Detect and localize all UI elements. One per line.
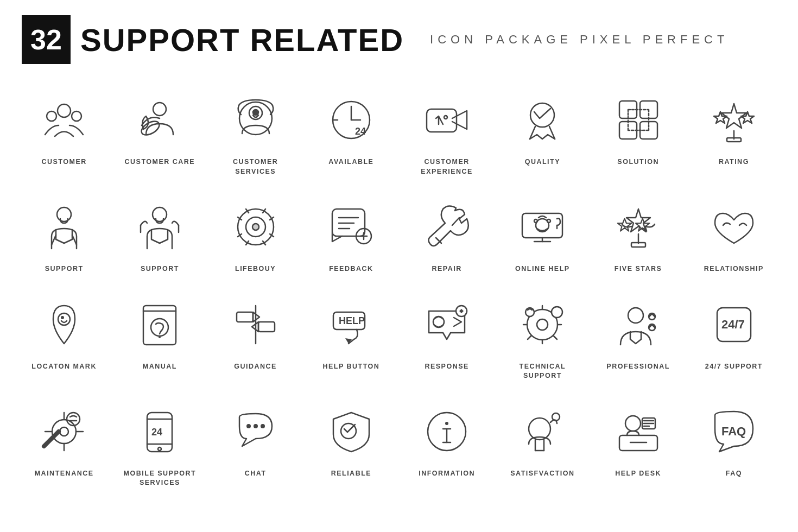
- svg-point-117: [552, 413, 560, 421]
- svg-point-67: [159, 336, 161, 338]
- icon-satisfaction-label: SATISFVACTION: [510, 469, 574, 479]
- svg-point-119: [625, 416, 641, 431]
- icon-repair: REPAIR: [399, 186, 495, 284]
- svg-rect-61: [631, 243, 645, 247]
- icon-available-label: AVAILABLE: [328, 157, 373, 167]
- icon-location-mark: LOCATON MARK: [16, 284, 112, 391]
- icon-repair-label: REPAIR: [432, 264, 461, 274]
- icon-chat: CHAT: [208, 391, 303, 498]
- page-subtitle: ICON PACKAGE PIXEL PERFECT: [430, 33, 729, 47]
- svg-point-105: [158, 447, 161, 451]
- svg-text:24: 24: [355, 126, 366, 137]
- svg-point-7: [253, 110, 258, 115]
- svg-text:24: 24: [151, 427, 162, 438]
- icon-help-button: HELP HELP BUTTON: [303, 284, 399, 391]
- icon-available: 24 AVAILABLE: [303, 79, 399, 186]
- icon-technical-support: TECHNICAL SUPPORT: [495, 284, 590, 391]
- icon-customer: CUSTOMER: [16, 79, 112, 186]
- icon-mobile-support-label: MOBILE SUPPORT SERVICES: [116, 469, 203, 488]
- icon-response: RESPONSE: [399, 284, 495, 391]
- icon-information-label: INFORMATION: [419, 469, 475, 479]
- svg-point-14: [444, 116, 447, 119]
- icon-support-male: SUPPORT: [112, 186, 207, 284]
- icon-lifebouy-label: LIFEBOUY: [235, 264, 276, 274]
- icon-response-label: RESPONSE: [425, 362, 468, 372]
- icon-grid: CUSTOMER CUSTOMER CARE: [0, 74, 798, 514]
- icon-chat-label: CHAT: [245, 469, 267, 479]
- icon-solution: SOLUTION: [591, 79, 686, 186]
- icon-faq: FAQ FAQ: [686, 391, 782, 498]
- icon-five-stars-label: FIVE STARS: [615, 264, 662, 274]
- icon-customer-experience-label: CUSTOMER EXPERIENCE: [403, 157, 490, 176]
- icon-relationship-label: RELATIONSHIP: [704, 264, 764, 274]
- svg-point-1: [47, 111, 56, 121]
- icon-satisfaction: SATISFVACTION: [495, 391, 590, 498]
- icon-location-mark-label: LOCATON MARK: [31, 362, 97, 372]
- icon-reliable: RELIABLE: [303, 391, 399, 498]
- icon-quality: QUALITY: [495, 79, 590, 186]
- svg-point-78: [537, 319, 548, 330]
- icon-guidance-label: GUIDANCE: [234, 362, 277, 372]
- icon-customer-care-label: CUSTOMER CARE: [125, 157, 195, 167]
- icon-rating: RATING: [686, 79, 782, 186]
- icon-customer-services-label: CUSTOMER SERVICES: [212, 157, 299, 176]
- svg-line-86: [528, 335, 531, 339]
- svg-point-107: [246, 424, 251, 428]
- icon-customer-care: CUSTOMER CARE: [112, 79, 207, 186]
- svg-point-95: [60, 427, 68, 436]
- icon-mobile-support: 24 MOBILE SUPPORT SERVICES: [112, 391, 207, 498]
- page-title: SUPPORT RELATED: [80, 22, 404, 58]
- svg-point-25: [57, 207, 71, 221]
- icon-support-male-label: SUPPORT: [141, 264, 179, 274]
- icon-lifebouy: LIFEBOUY: [208, 186, 303, 284]
- icon-feedback: FEEDBACK: [303, 186, 399, 284]
- svg-text:24/7: 24/7: [721, 318, 745, 331]
- icon-help-desk-label: HELP DESK: [615, 469, 661, 479]
- icon-customer-experience: CUSTOMER EXPERIENCE: [399, 79, 495, 186]
- svg-point-63: [61, 316, 64, 319]
- svg-point-55: [534, 219, 537, 223]
- icon-manual: MANUAL: [112, 284, 207, 391]
- icon-reliable-label: RELIABLE: [331, 469, 372, 479]
- svg-point-62: [58, 313, 70, 325]
- svg-point-113: [445, 422, 448, 425]
- svg-point-87: [552, 307, 562, 318]
- svg-point-108: [254, 424, 258, 428]
- svg-rect-69: [237, 312, 253, 322]
- svg-point-3: [153, 103, 166, 116]
- svg-point-0: [58, 104, 71, 117]
- page-header: 32 SUPPORT RELATED ICON PACKAGE PIXEL PE…: [0, 0, 798, 74]
- icon-online-help-label: ONLINE HELP: [515, 264, 570, 274]
- icon-customer-label: CUSTOMER: [41, 157, 86, 167]
- icon-count: 32: [22, 15, 71, 64]
- icon-online-help: ONLINE HELP: [495, 186, 590, 284]
- icon-help-desk: HELP DESK: [591, 391, 686, 498]
- icon-247-support-label: 24/7 SUPPORT: [705, 362, 763, 372]
- svg-rect-71: [258, 322, 275, 332]
- icon-support-female: SUPPORT: [16, 186, 112, 284]
- icon-technical-support-label: TECHNICAL SUPPORT: [499, 362, 586, 381]
- icon-feedback-label: FEEDBACK: [329, 264, 373, 274]
- icon-solution-label: SOLUTION: [617, 157, 659, 167]
- icon-247-support: 24/7 24/7 SUPPORT: [686, 284, 782, 391]
- icon-help-button-label: HELP BUTTON: [322, 362, 379, 372]
- icon-faq-label: FAQ: [726, 469, 742, 479]
- svg-point-109: [261, 424, 265, 428]
- svg-text:FAQ: FAQ: [721, 425, 746, 438]
- svg-point-56: [547, 219, 550, 223]
- icon-professional-label: PROFESSIONAL: [606, 362, 670, 372]
- icon-professional: PROFESSIONAL: [591, 284, 686, 391]
- svg-point-2: [72, 111, 81, 121]
- icon-manual-label: MANUAL: [143, 362, 177, 372]
- svg-marker-57: [626, 209, 650, 232]
- icon-maintenance-label: MAINTENANCE: [35, 469, 94, 479]
- icon-guidance: GUIDANCE: [208, 284, 303, 391]
- icon-information: INFORMATION: [399, 391, 495, 498]
- icon-relationship: RELATIONSHIP: [686, 186, 782, 284]
- svg-text:HELP: HELP: [339, 315, 365, 326]
- icon-five-stars: FIVE STARS: [591, 186, 686, 284]
- icon-maintenance: MAINTENANCE: [16, 391, 112, 498]
- icon-customer-services: CUSTOMER SERVICES: [208, 79, 303, 186]
- icon-support-female-label: SUPPORT: [45, 264, 84, 274]
- svg-point-28: [153, 207, 167, 221]
